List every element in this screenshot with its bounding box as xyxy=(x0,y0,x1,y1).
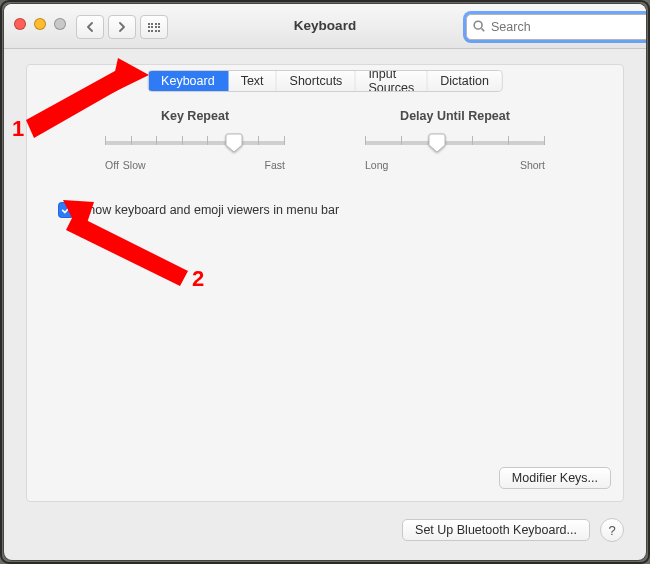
modifier-keys-button[interactable]: Modifier Keys... xyxy=(499,467,611,489)
tab-keyboard[interactable]: Keyboard xyxy=(149,71,229,91)
slider-thumb-icon[interactable] xyxy=(225,133,243,153)
tab-text[interactable]: Text xyxy=(228,71,277,91)
forward-button[interactable] xyxy=(108,15,136,39)
back-button[interactable] xyxy=(76,15,104,39)
svg-point-0 xyxy=(474,21,482,29)
footer: Set Up Bluetooth Keyboard... ? xyxy=(402,518,624,542)
delay-label-long: Long xyxy=(365,159,388,171)
grid-icon xyxy=(148,23,161,32)
show-all-button[interactable] xyxy=(140,15,168,39)
window-title: Keyboard xyxy=(294,18,356,33)
delay-title: Delay Until Repeat xyxy=(365,109,545,123)
key-repeat-label-off: Off xyxy=(105,159,119,171)
tab-bar: Keyboard Text Shortcuts Input Sources Di… xyxy=(148,70,503,92)
key-repeat-slider[interactable] xyxy=(105,133,285,159)
key-repeat-label-slow: Slow xyxy=(119,159,265,171)
search-field-wrap xyxy=(466,14,636,38)
title-bar: Keyboard xyxy=(4,4,646,49)
check-icon xyxy=(61,205,71,215)
checkbox-show-keyboard-viewers[interactable] xyxy=(59,203,73,217)
zoom-icon[interactable] xyxy=(54,18,66,30)
search-input[interactable] xyxy=(466,14,646,40)
checkbox-label: Show keyboard and emoji viewers in menu … xyxy=(80,203,339,217)
preferences-window: Keyboard Keyboard Text Shortcuts Input S… xyxy=(4,4,646,560)
tab-shortcuts[interactable]: Shortcuts xyxy=(277,71,356,91)
delay-block: Delay Until Repeat Long Short xyxy=(365,109,545,171)
content-panel: Keyboard Text Shortcuts Input Sources Di… xyxy=(26,64,624,502)
help-button[interactable]: ? xyxy=(600,518,624,542)
close-icon[interactable] xyxy=(14,18,26,30)
slider-thumb-icon[interactable] xyxy=(428,133,446,153)
svg-line-1 xyxy=(482,29,485,32)
tab-dictation[interactable]: Dictation xyxy=(428,71,502,91)
delay-label-short: Short xyxy=(520,159,545,171)
traffic-lights xyxy=(14,18,66,30)
setup-bluetooth-keyboard-button[interactable]: Set Up Bluetooth Keyboard... xyxy=(402,519,590,541)
key-repeat-label-fast: Fast xyxy=(265,159,285,171)
key-repeat-title: Key Repeat xyxy=(105,109,285,123)
delay-slider[interactable] xyxy=(365,133,545,159)
checkbox-row: Show keyboard and emoji viewers in menu … xyxy=(59,203,339,217)
nav-buttons xyxy=(76,15,168,39)
tab-input-sources[interactable]: Input Sources xyxy=(356,71,428,91)
minimize-icon[interactable] xyxy=(34,18,46,30)
key-repeat-block: Key Repeat Off Slow Fast xyxy=(105,109,285,171)
search-icon xyxy=(472,19,486,33)
